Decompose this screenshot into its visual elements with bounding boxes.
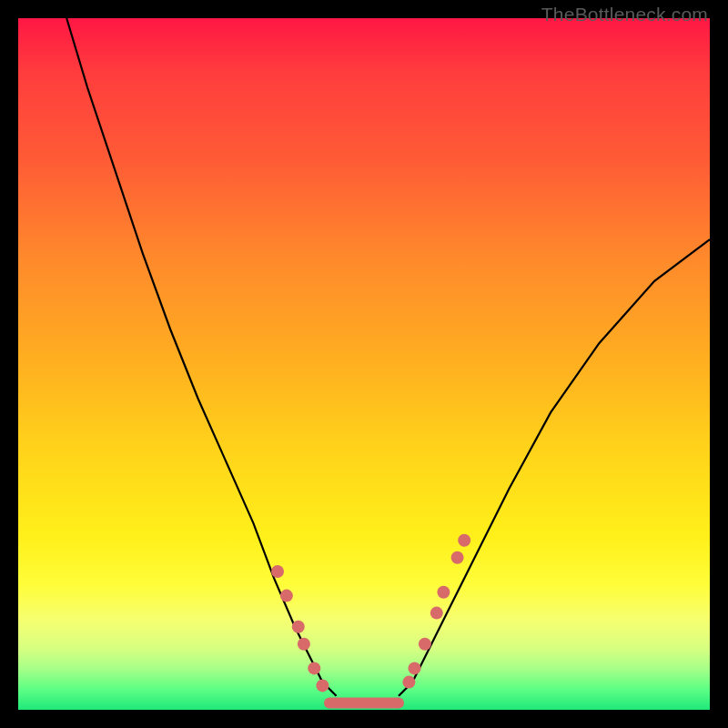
curve-marker xyxy=(280,590,293,602)
watermark-text: TheBottleneck.com xyxy=(541,4,708,25)
curve-marker xyxy=(402,676,415,689)
curve-marker xyxy=(458,534,470,547)
markers-right xyxy=(402,534,470,689)
curve-marker xyxy=(451,551,464,564)
chart-canvas: TheBottleneck.com xyxy=(0,0,728,728)
chart-svg xyxy=(18,18,710,710)
curve-marker xyxy=(430,607,443,620)
left-curve xyxy=(66,18,336,696)
curve-marker xyxy=(409,662,421,674)
curve-marker xyxy=(292,621,305,633)
right-curve xyxy=(399,239,710,696)
curve-marker xyxy=(271,565,284,578)
curve-marker xyxy=(298,638,310,651)
curve-marker xyxy=(308,662,320,674)
curve-marker xyxy=(316,679,329,692)
plot-area xyxy=(18,18,710,710)
curve-marker xyxy=(437,586,450,599)
curve-marker xyxy=(419,638,431,651)
markers-left xyxy=(271,565,329,692)
